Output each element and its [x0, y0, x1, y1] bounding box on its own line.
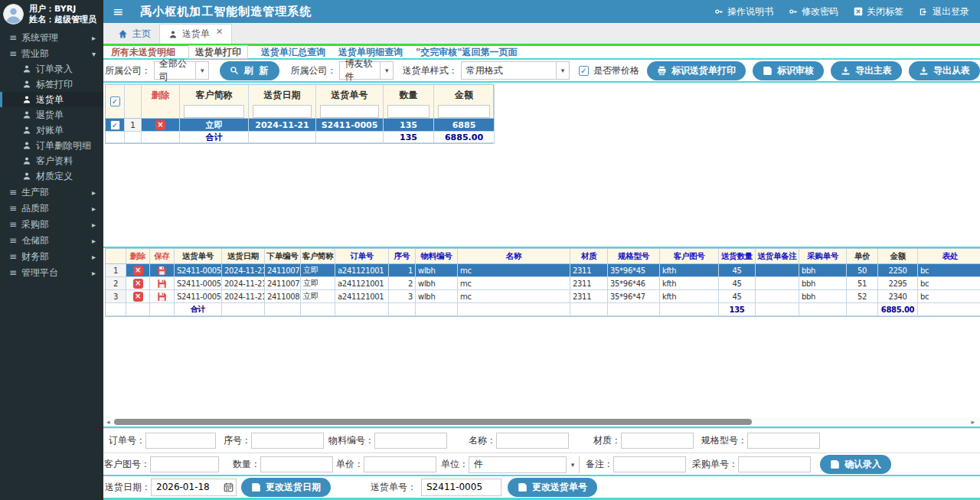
close-tabs-label: 关闭标签 [867, 5, 903, 18]
delete-icon[interactable]: × [133, 292, 143, 302]
price-checkbox[interactable]: ✓ [579, 66, 589, 76]
change-ship-date-button[interactable]: 更改送货日期 [241, 478, 331, 497]
remark-input[interactable] [613, 456, 686, 472]
scroll-left-icon[interactable]: ◂ [106, 417, 110, 426]
sidebar-item-order-entry[interactable]: 订单录入 [0, 61, 103, 77]
filter-input-no[interactable] [320, 105, 379, 118]
ship-no-input[interactable] [421, 479, 501, 496]
sidebar-item-label-print[interactable]: 标签打印 [0, 77, 103, 92]
sidebar-item-return-note[interactable]: 退货单 [0, 107, 103, 123]
unit-select[interactable]: 件▾ [469, 456, 580, 473]
qty-input[interactable] [260, 456, 333, 472]
save-icon[interactable] [157, 266, 167, 276]
calendar-icon[interactable] [224, 482, 234, 492]
change-ship-no-button[interactable]: 更改送货单号 [508, 478, 597, 497]
subnav-audit-return[interactable]: "交完审核"返回第一页面 [416, 46, 518, 59]
user-info: 用户：BYRJ 姓名：超级管理员 [29, 4, 96, 25]
total-cell-cust_drawing [660, 303, 719, 316]
grid-row[interactable]: 1×S2411-00052024-11-2124110078立即a2411210… [106, 264, 980, 277]
tab-delivery-note[interactable]: 送货单✕ [159, 24, 232, 44]
change-password-link[interactable]: 修改密码 [789, 5, 838, 18]
select-all-checkbox[interactable]: ✓ [110, 96, 120, 106]
ship-date-field[interactable] [151, 479, 237, 496]
sidebar-item-customer-info[interactable]: 客户资料 [0, 153, 103, 168]
user-icon [22, 110, 31, 119]
manual-link[interactable]: 操作说明书 [714, 5, 773, 18]
export-detail-button[interactable]: 导出从表 [909, 61, 980, 80]
item-code-label: 物料编号： [328, 434, 374, 447]
delete-icon[interactable]: × [133, 266, 143, 276]
tab-home[interactable]: 主页 [109, 24, 159, 44]
company-filter-select[interactable]: 全部公司 ▾ [154, 61, 209, 80]
spec-input[interactable] [747, 433, 820, 449]
sidebar-item-warehouse-dept[interactable]: ≡仓储部▸ [0, 233, 103, 248]
sidebar-item-statement[interactable]: 对账单 [0, 123, 103, 138]
print-icon [657, 66, 667, 76]
style-select[interactable]: 常用格式 ▾ [461, 61, 570, 80]
filter-input-amount[interactable] [438, 105, 490, 118]
sidebar-item-production-dept[interactable]: ≡生产部▸ [0, 185, 103, 200]
hamburger-icon[interactable]: ≡ [113, 4, 123, 19]
cell-seq: 1 [389, 264, 416, 277]
subnav-delivery-summary[interactable]: 送货单汇总查询 [261, 46, 325, 59]
company2-select[interactable]: 博友软件 ▾ [339, 61, 393, 80]
save-icon[interactable] [157, 292, 167, 302]
sidebar-item-material-def[interactable]: 材质定义 [0, 168, 103, 184]
filter-input-date[interactable] [253, 105, 312, 118]
grid-row[interactable]: 3×S2411-00052024-11-2124110080立即a2411210… [106, 290, 980, 303]
sidebar-item-quality-dept[interactable]: ≡品质部▸ [0, 201, 103, 216]
item-name-input[interactable] [496, 433, 569, 449]
cell-remark [756, 290, 799, 303]
cell-no: S2411-0005 [316, 119, 384, 132]
subnav-all-undelivered[interactable]: 所有未送货明细 [111, 46, 175, 59]
sidebar-item-system-mgmt[interactable]: ≡系统管理▸ [0, 30, 103, 45]
row-checkbox[interactable]: ✓ [110, 120, 120, 130]
manual-label: 操作说明书 [727, 5, 773, 18]
audit-marked-button[interactable]: 标识审核 [753, 61, 824, 80]
cell-price: 50 [847, 264, 878, 277]
filter-input-qty[interactable] [387, 105, 430, 118]
unit-price-input[interactable] [364, 456, 436, 472]
scrollbar-thumb[interactable] [114, 419, 752, 425]
refresh-button[interactable]: 刷 新 [220, 61, 279, 80]
sidebar-item-label: 送货单 [36, 93, 64, 106]
filter-input-customer[interactable] [184, 105, 244, 118]
subnav-delivery-print[interactable]: 送货单打印 [188, 45, 248, 59]
column-label: 客户图号 [674, 251, 705, 262]
export-master-button[interactable]: 导出主表 [831, 61, 902, 80]
sidebar-item-sales-dept[interactable]: ≡营业部▾ [0, 46, 103, 61]
print-marked-button[interactable]: 标识送货单打印 [647, 61, 746, 80]
subnav-delivery-detail-query[interactable]: 送货单明细查询 [338, 46, 403, 59]
material-input[interactable] [621, 433, 694, 449]
grid-row[interactable]: ✓1×立即2024-11-21S2411-00051356885 [106, 119, 493, 132]
item-code-input[interactable] [374, 433, 447, 449]
horizontal-scrollbar[interactable]: ◂ ▸ [103, 417, 980, 428]
sidebar-item-mgmt-platform[interactable]: ≡管理平台▸ [0, 265, 103, 280]
footer-bar: 送货日期： 更改送货日期 送货单号： 更改送货单号 [103, 476, 980, 500]
save-icon [830, 459, 840, 469]
po-no-input[interactable] [738, 456, 811, 472]
save-icon[interactable] [157, 279, 167, 289]
logout-link[interactable]: 退出登录 [919, 5, 969, 18]
cust-drawing-input[interactable] [150, 456, 219, 472]
sidebar-item-finance-dept[interactable]: ≡财务部▸ [0, 249, 103, 264]
ship-date-input[interactable] [156, 482, 217, 492]
company-filter-value: 全部公司 [159, 57, 195, 83]
order-no-input[interactable] [145, 433, 216, 449]
grid-total-row: 合计1356885.00 [106, 303, 980, 316]
delete-icon[interactable]: × [133, 279, 143, 289]
form-field-item-name: 名称： [469, 433, 569, 449]
confirm-entry-button[interactable]: 确认录入 [820, 455, 891, 474]
scroll-right-icon[interactable]: ▸ [971, 417, 975, 426]
grid-row[interactable]: 2×S2411-00052024-11-2124110079立即a2411210… [106, 277, 980, 290]
sidebar-item-purchase-dept[interactable]: ≡采购部▸ [0, 217, 103, 232]
close-icon[interactable]: ✕ [216, 27, 223, 37]
delete-icon[interactable]: × [155, 120, 165, 130]
form-field-item-code: 物料编号： [328, 433, 447, 449]
seq-no-input[interactable] [251, 433, 324, 449]
sidebar-item-delivery-note[interactable]: 送货单 [0, 92, 103, 107]
column-header-seq: 序号 [389, 249, 416, 264]
form-field-remark: 备注： [586, 456, 686, 472]
sidebar-item-order-delete-detail[interactable]: 订单删除明细 [0, 138, 103, 153]
close-tabs-link[interactable]: 关闭标签 [854, 5, 903, 18]
